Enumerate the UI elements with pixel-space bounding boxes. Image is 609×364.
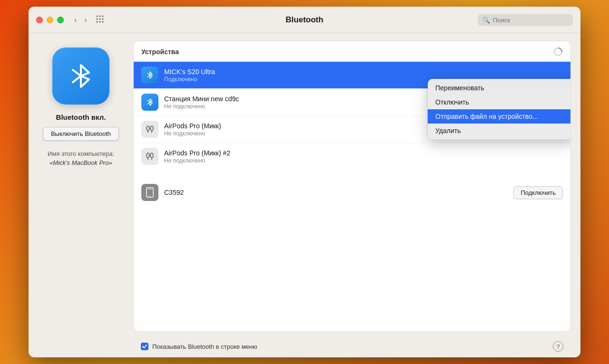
- sidebar: Bluetooth вкл. Выключить Bluetooth Имя э…: [29, 33, 133, 357]
- show-bt-checkbox[interactable]: [141, 343, 148, 350]
- device-airpods-icon: [141, 121, 158, 138]
- show-bt-checkbox-area: Показывать Bluetooth в строке меню: [141, 343, 257, 350]
- svg-point-6: [96, 21, 98, 22]
- minimize-button[interactable]: [47, 17, 53, 23]
- device-status: Не подключено: [164, 157, 563, 164]
- show-bt-label: Показывать Bluetooth в строке меню: [152, 343, 257, 350]
- loading-spinner: [553, 47, 563, 57]
- svg-point-14: [147, 153, 149, 158]
- traffic-lights: [36, 17, 64, 23]
- grid-icon[interactable]: [96, 15, 104, 25]
- context-menu-rename[interactable]: Переименовать: [428, 81, 570, 95]
- search-bar[interactable]: 🔍: [478, 14, 573, 26]
- nav-buttons: ‹ ›: [71, 14, 90, 26]
- svg-point-2: [102, 15, 103, 17]
- search-icon: 🔍: [482, 16, 490, 23]
- device-item[interactable]: AirPods Pro (Микк) #2 Не подключено: [134, 143, 570, 170]
- svg-point-10: [147, 126, 149, 131]
- close-button[interactable]: [36, 17, 43, 23]
- main-window: ‹ › Bluetooth 🔍: [29, 7, 580, 357]
- context-menu-send-file[interactable]: Отправить файл на устройство...: [428, 109, 570, 124]
- maximize-button[interactable]: [57, 17, 64, 23]
- right-panel: Устройства: [133, 33, 580, 357]
- bt-toggle-button[interactable]: Выключить Bluetooth: [43, 127, 119, 141]
- device-list: MICK's S20 Ultra Подключено Переименоват…: [134, 62, 570, 206]
- context-menu: Переименовать Отключить Отправить файл н…: [428, 79, 570, 140]
- svg-point-4: [99, 18, 100, 19]
- bluetooth-icon: [52, 48, 109, 105]
- spacer: [134, 170, 570, 179]
- svg-point-19: [149, 195, 150, 196]
- device-info: С3592: [164, 189, 513, 196]
- bottom-bar: Показывать Bluetooth в строке меню ?: [133, 335, 571, 357]
- forward-button[interactable]: ›: [81, 14, 89, 26]
- device-name: MICK's S20 Ultra: [164, 68, 563, 76]
- devices-title: Устройства: [141, 48, 179, 56]
- device-name: С3592: [164, 189, 513, 196]
- help-button[interactable]: ?: [553, 341, 563, 352]
- svg-point-3: [96, 18, 98, 19]
- device-bluetooth-icon: [141, 94, 158, 111]
- context-menu-disconnect[interactable]: Отключить: [428, 95, 570, 109]
- connect-button[interactable]: Подключить: [513, 186, 563, 199]
- devices-header: Устройства: [134, 41, 570, 62]
- svg-point-7: [99, 21, 100, 22]
- devices-box: Устройства: [133, 41, 571, 332]
- svg-point-15: [150, 153, 153, 158]
- bt-status: Bluetooth вкл.: [56, 113, 106, 121]
- window-title: Bluetooth: [285, 15, 323, 25]
- svg-point-11: [150, 126, 153, 131]
- content-area: Bluetooth вкл. Выключить Bluetooth Имя э…: [29, 33, 580, 357]
- back-button[interactable]: ‹: [71, 14, 79, 26]
- device-airpods-icon: [141, 148, 158, 165]
- device-bluetooth-icon: [141, 67, 158, 84]
- device-item[interactable]: С3592 Подключить: [134, 179, 570, 206]
- device-item[interactable]: MICK's S20 Ultra Подключено Переименоват…: [134, 62, 570, 88]
- device-phone-icon: [141, 184, 158, 201]
- computer-label: Имя этого компьютера:: [48, 150, 114, 157]
- device-name: AirPods Pro (Микк) #2: [164, 149, 563, 157]
- titlebar: ‹ › Bluetooth 🔍: [29, 7, 580, 33]
- search-input[interactable]: [493, 16, 568, 23]
- svg-point-0: [96, 15, 98, 17]
- svg-point-8: [102, 21, 103, 22]
- device-info: AirPods Pro (Микк) #2 Не подключено: [164, 149, 563, 164]
- svg-point-1: [99, 15, 100, 17]
- svg-point-5: [102, 18, 103, 19]
- computer-name: «Mick's MacBook Pro»: [49, 159, 112, 166]
- context-menu-delete[interactable]: Удалить: [428, 124, 570, 138]
